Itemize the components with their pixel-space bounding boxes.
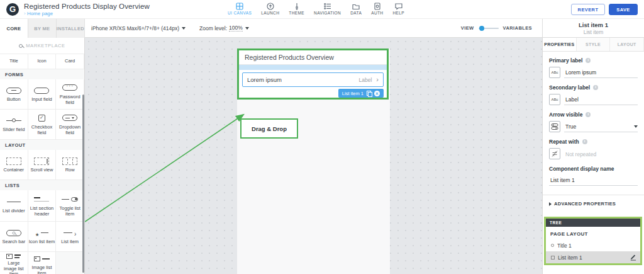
nav-item-help[interactable]: HELP [392,2,404,15]
palette-item-label: Dropdown field [57,125,83,135]
tree-item-list-item-1[interactable]: List item 1 [546,251,640,263]
palette-item-checkbox-field[interactable]: Checkbox field [28,110,57,140]
boolean-property-icon [549,121,560,132]
search-icon [19,44,23,48]
palette-item-dropdown-field[interactable]: Dropdown field [56,110,84,140]
zoom-level-selector[interactable]: 100% [229,25,243,31]
tree-item-title-1[interactable]: Title 1 [546,239,640,251]
palette-item-label: List item [61,239,79,245]
palette-item-input-field[interactable]: Input field [28,79,57,110]
design-canvas[interactable]: Registered Products Overview Lorem ipsum… [85,38,542,274]
property-value-component-display-name[interactable]: List item 1 [549,177,638,186]
edit-pencil-icon[interactable] [630,254,636,261]
app-logo-icon: G [6,3,19,16]
nav-item-label: DATA [350,11,362,15]
tree-header: TREE [546,219,640,227]
nav-item-navigation[interactable]: NAVIGATION [314,2,341,15]
palette-scrollbar[interactable] [82,94,84,273]
property-field-repeat-with: Repeat withNot repeated [549,139,638,159]
palette-item-password-field[interactable]: Password field [56,79,84,110]
nav-item-data[interactable]: DATA [350,2,362,15]
info-icon [582,139,587,144]
inspector-tab-layout[interactable]: LAYOUT [610,38,644,51]
text-property-icon [549,67,560,78]
list-divider-icon [7,197,21,207]
palette-item-card[interactable]: Card [56,54,84,69]
revert-button[interactable]: REVERT [571,4,605,15]
save-button[interactable]: SAVE [609,4,638,15]
palette-tab-core[interactable]: CORE [0,19,28,38]
slider-field-icon [6,116,21,125]
tree-item-label: List item 1 [558,254,582,261]
palette-item-label: List divider [3,208,25,214]
palette-item-row[interactable]: Row [56,150,84,180]
inspector-tab-style[interactable]: STYLE [577,38,611,51]
inspector-tab-properties[interactable]: PROPERTIES [543,38,577,51]
selection-badge-label: List item 1 [342,91,364,96]
canvas-list-item[interactable]: Lorem ipsum Label › [242,72,384,87]
duplicate-icon[interactable] [367,91,371,96]
palette-item-label: Button [7,97,21,103]
component-tree: TREE PAGE LAYOUT Title 1List item 1 [544,217,642,265]
property-label: Arrow visible [549,111,582,118]
palette-tab-by-me[interactable]: BY ME [28,19,57,38]
palette-section-header-lists: LISTS [0,180,84,190]
nav-item-launch[interactable]: LAUNCH [261,2,279,15]
palette-item-search-bar[interactable]: Search bar [0,222,28,252]
property-field-arrow-visible: Arrow visibleTrue [549,111,638,132]
image-list-item-icon [34,254,50,263]
circle-icon [551,244,554,247]
nav-item-auth[interactable]: AUTH [371,2,383,15]
nav-item-label: HELP [392,11,404,15]
tree-root-page-layout[interactable]: PAGE LAYOUT [546,227,640,239]
palette-item-toggle-list-item[interactable]: Toggle list item [56,190,84,222]
palette-tab-installed[interactable]: INSTALLED [57,19,85,38]
palette-item-button[interactable]: Button [0,79,28,110]
palette-item-scroll-view[interactable]: Scroll view [28,150,57,180]
palette-item-container[interactable]: Container [0,150,28,180]
property-value-secondary-label[interactable]: Label [564,96,638,105]
top-navigation: UI CANVASLAUNCHTHEMENAVIGATIONDATAAUTHHE… [228,2,404,15]
palette-item-image-list-item[interactable]: Image list item [28,252,57,274]
container-icon [6,156,21,166]
palette-item-label: Icon [37,59,46,64]
property-field-component-display-name: Component display nameList item 1 [549,166,638,186]
palette-section-header-layout: LAYOUT [0,140,84,150]
advanced-properties-toggle[interactable]: ADVANCED PROPERTIES [543,195,644,212]
app-builder-window: G Registered Products Display Overview H… [0,0,644,274]
search-bar-icon [6,228,21,237]
component-palette: MARKETPLACE TitleIconCardFORMSButtonInpu… [0,38,85,274]
property-value-arrow-visible[interactable]: True [564,123,638,132]
palette-item-label: Checkbox field [29,125,55,135]
palette-item-title[interactable]: Title [0,54,28,69]
nav-item-theme[interactable]: THEME [289,2,304,15]
canvas-page-title[interactable]: Registered Products Overview [239,50,387,65]
palette-item-icon-list-item[interactable]: Icon list item [28,222,57,252]
palette-item-icon[interactable]: Icon [28,54,57,69]
icon-list-item-icon [35,228,49,237]
palette-item-slider-field[interactable]: Slider field [0,110,28,140]
chevron-right-icon: › [376,76,379,83]
property-value-primary-label[interactable]: Lorem ipsum [564,69,638,78]
list-item-icon [64,228,76,237]
list-item-secondary-label: Label [359,77,372,83]
palette-item-large-image-list-item[interactable]: Large image list item [0,252,28,274]
navigation-icon [324,2,331,10]
palette-item-list-section-header[interactable]: List section header [28,190,57,222]
nav-item-ui-canvas[interactable]: UI CANVAS [228,2,252,15]
device-selector[interactable]: iPhone XR/XS Max/6+/7+/8+ (414px) [91,25,179,31]
remove-icon[interactable] [374,91,380,96]
palette-item-list-item[interactable]: List item [56,222,84,252]
palette-item-list-divider[interactable]: List divider [0,190,28,222]
launch-icon [267,2,274,10]
breadcrumb[interactable]: Home page [24,11,150,16]
property-label: Primary label [549,57,582,64]
toggle-list-item-icon [62,195,78,204]
marketplace-search[interactable]: MARKETPLACE [0,38,84,54]
scroll-view-icon [34,156,49,166]
selected-page-region[interactable]: Registered Products Overview Lorem ipsum… [237,49,389,100]
variables-label[interactable]: VARIABLES [503,25,532,31]
view-variables-toggle[interactable] [479,28,499,29]
palette-tabs: COREBY MEINSTALLED [0,19,85,38]
selected-component-header: List item 1 List item [542,19,644,37]
